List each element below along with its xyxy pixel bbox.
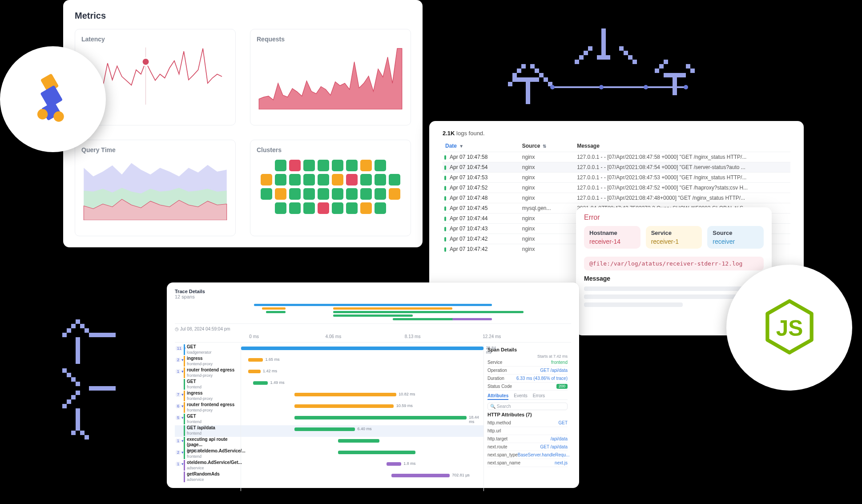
- col-date[interactable]: Date ▼: [443, 140, 520, 152]
- svg-rect-1: [597, 55, 610, 60]
- cluster-cell[interactable]: [332, 202, 343, 214]
- cluster-cell[interactable]: [360, 174, 372, 185]
- cluster-cell[interactable]: [389, 174, 400, 185]
- cluster-cell[interactable]: [360, 188, 372, 200]
- cluster-cell[interactable]: [375, 174, 386, 185]
- trace-card: Trace Details 12 spans ◷ Jul 08, 2024 04…: [167, 282, 579, 488]
- cluster-cell[interactable]: [318, 188, 329, 200]
- cluster-cell[interactable]: [375, 202, 386, 214]
- log-row[interactable]: Apr 07 10:47:48nginx127.0.0.1 - - [07/Ap…: [443, 193, 790, 203]
- span-row[interactable]: 11▾GETloadgenerator: [175, 344, 241, 356]
- span-row[interactable]: 1▾router frontend egressfrontend-proxy: [175, 367, 241, 379]
- cluster-cell[interactable]: [346, 160, 358, 171]
- log-row[interactable]: Apr 07 10:47:52nginx127.0.0.1 - - [07/Ap…: [443, 183, 790, 193]
- tab-attributes[interactable]: Attributes: [487, 393, 508, 400]
- col-message[interactable]: Message: [574, 140, 790, 152]
- log-row[interactable]: Apr 07 10:47:58nginx127.0.0.1 - - [07/Ap…: [443, 152, 790, 162]
- cluster-cell[interactable]: [332, 160, 343, 171]
- attr-search-input[interactable]: 🔍 Search: [487, 403, 568, 410]
- cluster-cell[interactable]: [303, 174, 315, 185]
- span-row[interactable]: 1▾executing api route (page...frontend: [175, 437, 241, 448]
- metrics-card: Metrics Latency Requests Query Time: [63, 0, 423, 247]
- col-source[interactable]: Source ⇅: [520, 140, 574, 152]
- log-row[interactable]: Apr 07 10:47:53nginx127.0.0.1 - - [07/Ap…: [443, 173, 790, 183]
- span-row[interactable]: 5▾GETfrontend: [175, 414, 241, 425]
- span-row[interactable]: 1▾oteldemo.AdService/Get...adservice: [175, 460, 241, 472]
- cluster-cell[interactable]: [346, 174, 358, 185]
- cluster-cell[interactable]: [275, 188, 286, 200]
- error-message-label: Message: [584, 275, 764, 282]
- span-row[interactable]: GET /api/datafrontend: [175, 425, 241, 437]
- svg-rect-46: [62, 404, 67, 408]
- error-file-path: @file:/var/log/atatus/receiver-stderr-12…: [584, 257, 764, 270]
- cluster-cell[interactable]: [346, 202, 358, 214]
- decor-top-connectors: [486, 28, 726, 126]
- span-row[interactable]: 6▾router frontend egressfrontend-proxy: [175, 402, 241, 414]
- cluster-cell[interactable]: [389, 188, 400, 200]
- attr-row: next.span_typeBaseServer.handleRequ...: [487, 451, 568, 459]
- svg-rect-0: [601, 28, 606, 55]
- querytime-tile[interactable]: Query Time: [75, 140, 236, 236]
- svg-point-60: [37, 109, 48, 119]
- cluster-cell[interactable]: [275, 202, 286, 214]
- cluster-cell[interactable]: [289, 188, 301, 200]
- log-row[interactable]: Apr 07 10:47:54nginx127.0.0.1 - - [07/Ap…: [443, 162, 790, 173]
- svg-rect-39: [85, 328, 89, 333]
- clusters-grid: [257, 160, 404, 214]
- cluster-cell[interactable]: [332, 188, 343, 200]
- span-row[interactable]: getRandomAdsadservice: [175, 472, 241, 483]
- cluster-cell[interactable]: [318, 174, 329, 185]
- cluster-cell[interactable]: [289, 160, 301, 171]
- span-row[interactable]: 2▾ingressfrontend-proxy: [175, 356, 241, 367]
- svg-point-23: [550, 85, 555, 89]
- chip-source[interactable]: Source receiver: [707, 226, 764, 249]
- chip-service[interactable]: Service receiver-1: [646, 226, 702, 249]
- tab-events[interactable]: Events: [514, 393, 528, 398]
- cluster-cell[interactable]: [318, 202, 329, 214]
- svg-rect-6: [619, 46, 624, 51]
- svg-rect-9: [632, 60, 637, 64]
- attr-section-header: HTTP Attributes (7): [487, 412, 568, 417]
- cluster-cell[interactable]: [289, 174, 301, 185]
- clusters-title: Clusters: [257, 146, 404, 153]
- cluster-cell[interactable]: [360, 202, 372, 214]
- clusters-tile[interactable]: Clusters: [250, 140, 411, 236]
- attr-row: next.span_namenext.js: [487, 459, 568, 467]
- svg-rect-51: [76, 408, 80, 431]
- svg-rect-40: [89, 333, 116, 337]
- cluster-cell[interactable]: [346, 188, 358, 200]
- cluster-cell[interactable]: [375, 160, 386, 171]
- querytime-title: Query Time: [81, 146, 229, 153]
- cluster-cell[interactable]: [360, 160, 372, 171]
- cluster-cell[interactable]: [303, 160, 315, 171]
- cluster-cell[interactable]: [275, 160, 286, 171]
- attr-row: http.methodGET: [487, 419, 568, 427]
- cluster-cell[interactable]: [318, 160, 329, 171]
- span-row[interactable]: 2▾grpc.oteldemo.AdService/...frontend: [175, 448, 241, 460]
- cluster-cell[interactable]: [289, 202, 301, 214]
- cluster-cell[interactable]: [303, 202, 315, 214]
- cluster-cell[interactable]: [375, 188, 386, 200]
- sort-desc-icon: ▼: [459, 144, 463, 149]
- svg-rect-22: [552, 86, 686, 88]
- svg-rect-10: [526, 82, 530, 104]
- span-row[interactable]: 7▾ingressfrontend-proxy: [175, 391, 241, 402]
- svg-rect-2: [575, 60, 579, 64]
- svg-rect-45: [76, 382, 80, 386]
- cluster-cell[interactable]: [332, 174, 343, 185]
- svg-rect-47: [67, 399, 71, 404]
- decor-left-connectors: [44, 315, 151, 448]
- chip-hostname[interactable]: Hostname receiver-14: [584, 226, 640, 249]
- svg-point-25: [644, 85, 648, 89]
- cluster-cell[interactable]: [261, 188, 272, 200]
- cluster-cell[interactable]: [261, 174, 272, 185]
- cluster-cell[interactable]: [303, 188, 315, 200]
- cluster-cell[interactable]: [275, 174, 286, 185]
- svg-rect-14: [544, 77, 548, 82]
- status-badge: 200: [556, 384, 568, 389]
- trace-overview: [175, 302, 571, 324]
- span-row[interactable]: GETfrontend: [175, 379, 241, 391]
- requests-tile[interactable]: Requests: [250, 29, 411, 125]
- tab-errors[interactable]: Errors: [533, 393, 545, 398]
- querytime-chart: [81, 153, 229, 220]
